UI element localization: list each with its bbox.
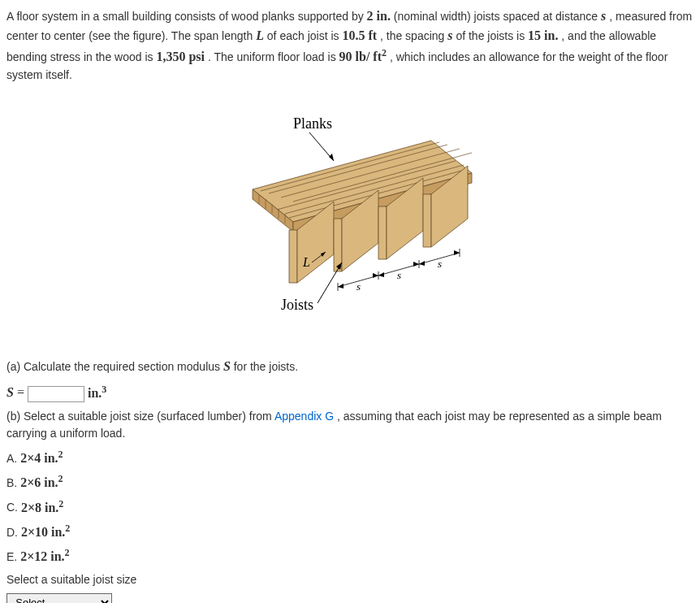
part-a-text: (a) Calculate the required section modul… bbox=[6, 360, 223, 373]
joists-label: Joists bbox=[281, 297, 313, 313]
value-width: 2 in. bbox=[367, 9, 391, 23]
planks-label: Planks bbox=[293, 115, 332, 132]
option-a: A. 2×4 in.2 bbox=[6, 447, 694, 468]
eq-S: S bbox=[6, 386, 14, 400]
var-S: S bbox=[223, 359, 231, 373]
part-a-equation: S = in.3 bbox=[6, 381, 694, 402]
svg-marker-40 bbox=[419, 261, 425, 266]
svg-marker-37 bbox=[373, 273, 378, 278]
dim-s3: s bbox=[438, 258, 442, 270]
option-b: B. 2×6 in.2 bbox=[6, 471, 694, 492]
options-list: A. 2×4 in.2 B. 2×6 in.2 C. 2×8 in.2 D. 2… bbox=[6, 447, 694, 567]
option-d: D. 2×10 in.2 bbox=[6, 521, 694, 542]
text: (nominal width) joists spaced at distanc… bbox=[394, 10, 601, 23]
dim-s1: s bbox=[356, 280, 361, 293]
joist-size-select[interactable]: -Select- bbox=[6, 593, 112, 603]
appendix-link[interactable]: Appendix G bbox=[274, 410, 334, 423]
value-stress: 1,350 psi bbox=[156, 50, 205, 63]
text: of each joist is bbox=[267, 29, 343, 42]
part-a-text2: for the joists. bbox=[234, 360, 298, 373]
problem-statement: A floor system in a small building consi… bbox=[6, 7, 694, 84]
svg-marker-36 bbox=[338, 284, 344, 288]
text: A floor system in a small building consi… bbox=[6, 10, 367, 23]
var-s: s bbox=[447, 28, 452, 42]
dim-L: L bbox=[302, 255, 310, 269]
value-span: 10.5 ft bbox=[342, 28, 377, 42]
floor-system-figure: Planks Joists L bbox=[204, 100, 496, 336]
svg-marker-39 bbox=[413, 262, 419, 267]
svg-marker-19 bbox=[378, 206, 387, 259]
figure-container: Planks Joists L bbox=[6, 100, 694, 341]
svg-marker-24 bbox=[329, 154, 334, 161]
var-s: s bbox=[601, 9, 606, 23]
svg-marker-15 bbox=[289, 230, 297, 283]
svg-line-25 bbox=[318, 262, 342, 303]
select-label: Select a suitable joist size bbox=[6, 571, 694, 588]
option-c: C. 2×8 in.2 bbox=[6, 496, 694, 517]
var-L: L bbox=[256, 28, 264, 42]
text: of the joists is bbox=[456, 29, 528, 42]
section-modulus-input[interactable] bbox=[28, 386, 84, 402]
text: . The uniform floor load is bbox=[208, 50, 339, 63]
dim-s2: s bbox=[397, 269, 401, 281]
part-b-text1: (b) Select a suitable joist size (surfac… bbox=[6, 410, 274, 423]
text: , the spacing bbox=[380, 29, 447, 42]
part-a: (a) Calculate the required section modul… bbox=[6, 357, 694, 376]
eq-op: = bbox=[17, 386, 28, 400]
part-b: (b) Select a suitable joist size (surfac… bbox=[6, 408, 694, 442]
value-spacing: 15 in. bbox=[528, 28, 558, 42]
option-e: E. 2×12 in.2 bbox=[6, 545, 694, 566]
svg-marker-21 bbox=[423, 194, 431, 247]
svg-marker-41 bbox=[454, 250, 460, 255]
svg-marker-38 bbox=[378, 272, 384, 277]
value-load: 90 lb/ ft2 bbox=[339, 50, 387, 63]
unit: in.3 bbox=[88, 386, 106, 400]
